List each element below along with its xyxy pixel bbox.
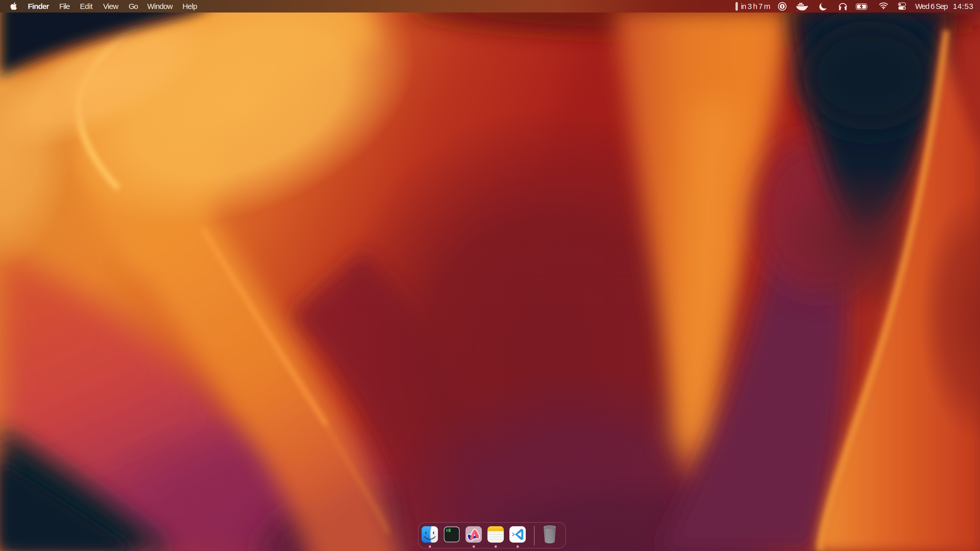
svg-text:$: $ bbox=[446, 529, 448, 533]
